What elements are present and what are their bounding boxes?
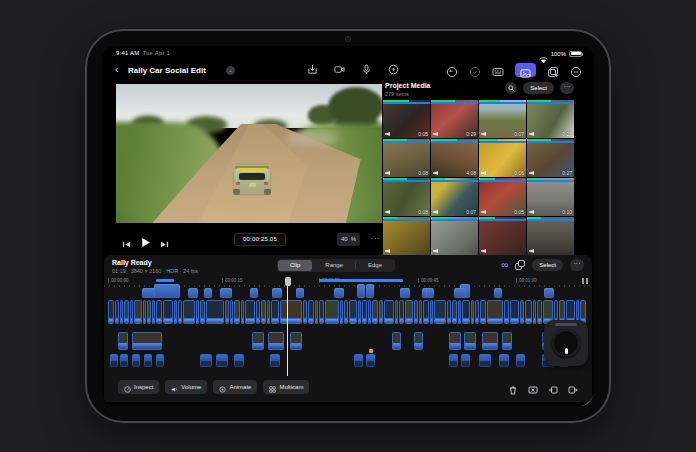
primary-clip[interactable] <box>458 300 461 324</box>
primary-clip[interactable] <box>241 300 244 324</box>
audio-clip[interactable] <box>461 354 470 367</box>
title-clip[interactable] <box>400 288 410 298</box>
keyboard-icon[interactable] <box>492 64 504 76</box>
video-viewer[interactable] <box>116 84 382 228</box>
primary-clip[interactable] <box>120 300 123 324</box>
primary-clip[interactable] <box>452 300 457 324</box>
media-thumbnail[interactable] <box>527 217 574 255</box>
connected-clip[interactable] <box>392 332 401 350</box>
primary-clip[interactable] <box>414 300 418 324</box>
primary-clip[interactable] <box>349 300 357 324</box>
primary-clip[interactable] <box>163 300 173 324</box>
primary-clip[interactable] <box>115 300 119 324</box>
media-thumbnail[interactable]: 0:28 <box>527 100 574 138</box>
import-icon[interactable] <box>307 64 318 75</box>
title-clip[interactable] <box>544 288 554 298</box>
connected-clip[interactable] <box>290 332 302 350</box>
primary-clip[interactable] <box>245 300 255 324</box>
primary-clip[interactable] <box>537 300 542 324</box>
primary-clip[interactable] <box>395 300 398 324</box>
media-thumbnail[interactable]: 0:05 <box>383 100 430 138</box>
primary-clip[interactable] <box>143 300 146 324</box>
connected-clip[interactable] <box>482 332 498 350</box>
media-thumbnail[interactable]: 4:08 <box>431 139 478 177</box>
audio-clip[interactable] <box>499 354 509 367</box>
media-thumbnail[interactable]: 0:08 <box>383 139 430 177</box>
connected-clip[interactable] <box>464 332 476 350</box>
title-dropdown-icon[interactable]: ⌄ <box>226 66 235 75</box>
audio-clip[interactable] <box>234 354 244 367</box>
primary-clip[interactable] <box>280 300 302 324</box>
primary-clip[interactable] <box>384 300 394 324</box>
jog-dial[interactable] <box>552 329 580 357</box>
primary-clip[interactable] <box>344 300 348 324</box>
volume-button[interactable]: Volume <box>165 380 207 394</box>
primary-clip[interactable] <box>234 300 240 324</box>
audio-clip[interactable] <box>516 354 525 367</box>
primary-clip[interactable] <box>533 300 536 324</box>
search-icon[interactable] <box>505 82 517 94</box>
animate-button[interactable]: Animate <box>213 380 257 394</box>
title-clip[interactable] <box>494 288 502 298</box>
minus-circle-icon[interactable] <box>570 64 582 76</box>
primary-clip[interactable] <box>358 300 361 324</box>
previous-frame-icon[interactable] <box>122 235 131 244</box>
primary-clip[interactable] <box>368 300 371 324</box>
audio-clip[interactable] <box>449 354 458 367</box>
timecode-display[interactable]: 00:00:25.05 <box>234 233 286 246</box>
timeline-marker[interactable] <box>369 349 373 353</box>
media-thumbnail[interactable]: 0:05 <box>479 178 526 216</box>
primary-clip[interactable] <box>405 300 413 324</box>
primary-clip[interactable] <box>325 300 339 324</box>
audio-clip[interactable] <box>144 354 152 367</box>
primary-clip[interactable] <box>152 300 155 324</box>
primary-clip[interactable] <box>372 300 378 324</box>
media-thumbnail[interactable]: 0:06 <box>479 139 526 177</box>
media-thumbnail[interactable]: 0:10 <box>527 178 574 216</box>
title-clip[interactable] <box>272 288 282 298</box>
audio-clip[interactable] <box>354 354 363 367</box>
primary-clip[interactable] <box>399 300 404 324</box>
audio-clip[interactable] <box>479 354 491 367</box>
title-clip[interactable] <box>154 284 180 298</box>
jog-grab-handle[interactable] <box>555 323 577 326</box>
microphone-icon[interactable] <box>361 64 372 75</box>
connected-clip[interactable] <box>502 332 512 350</box>
title-clip[interactable] <box>334 288 344 298</box>
title-clip[interactable] <box>296 288 304 298</box>
media-more-button[interactable]: ··· <box>560 82 574 94</box>
primary-clip[interactable] <box>487 300 503 324</box>
multicam-button[interactable]: Multicam <box>263 380 309 394</box>
primary-clip[interactable] <box>267 300 270 324</box>
append-icon[interactable] <box>568 381 578 391</box>
primary-clip[interactable] <box>303 300 307 324</box>
primary-clip[interactable] <box>340 300 343 324</box>
primary-clip[interactable] <box>308 300 314 324</box>
connected-clip[interactable] <box>268 332 284 350</box>
connect-icon[interactable] <box>548 381 558 391</box>
primary-clip[interactable] <box>447 300 451 324</box>
connected-clip[interactable] <box>252 332 264 350</box>
primary-clip[interactable] <box>147 300 151 324</box>
jog-wheel[interactable] <box>544 320 588 366</box>
primary-clip[interactable] <box>475 300 479 324</box>
primary-clip[interactable] <box>271 300 279 324</box>
primary-clip[interactable] <box>379 300 383 324</box>
connected-clip[interactable] <box>449 332 461 350</box>
project-title[interactable]: Rally Car Social Edit <box>128 66 206 75</box>
primary-clip[interactable] <box>256 300 260 324</box>
back-chevron-icon[interactable]: ‹ <box>115 64 119 75</box>
media-browser-toggle[interactable] <box>515 63 536 77</box>
audio-clip[interactable] <box>200 354 212 367</box>
audio-clip[interactable] <box>366 354 375 367</box>
media-select-button[interactable]: Select <box>523 82 554 94</box>
primary-clip[interactable] <box>130 300 133 324</box>
media-thumbnail[interactable] <box>383 217 430 255</box>
connected-clip[interactable] <box>132 332 162 350</box>
primary-clip[interactable] <box>419 300 422 324</box>
primary-clip[interactable] <box>434 300 446 324</box>
media-thumbnail[interactable]: 0:27 <box>527 139 574 177</box>
primary-clip[interactable] <box>261 300 266 324</box>
audio-clip[interactable] <box>110 354 118 367</box>
primary-clip[interactable] <box>362 300 367 324</box>
